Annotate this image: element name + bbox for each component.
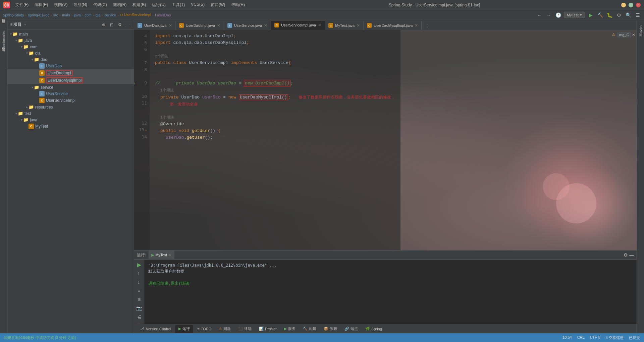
tab-userdaomysqlimpl[interactable]: C UserDaoMysqlImpl.java ✕: [364, 21, 422, 30]
code-line-7: public class UserServiceImpl implements …: [155, 60, 395, 66]
tree-item-userdaomysqlimpl[interactable]: ▾ C UserDaoMysqlImpl: [7, 77, 134, 84]
more-tabs-button[interactable]: ⋮: [423, 24, 431, 30]
bottom-tab-dependencies[interactable]: 📦 依赖: [320, 325, 340, 333]
menu-tools[interactable]: 工具(T): [169, 1, 187, 9]
code-content[interactable]: import com.qia.dao.UserDaoImpl; import c…: [150, 30, 400, 250]
tab-close-userservice[interactable]: ✕: [264, 23, 267, 28]
breadcrumb-userdao[interactable]: f userDao: [155, 13, 171, 17]
tree-item-test-java[interactable]: ▾ 📁 java: [7, 117, 134, 123]
forward-button[interactable]: →: [545, 11, 552, 19]
tab-close-userdaoimpl[interactable]: ✕: [217, 23, 220, 28]
settings2-button[interactable]: ☰: [634, 11, 641, 19]
menu-file[interactable]: 文件(F): [13, 1, 31, 9]
run-align-button[interactable]: ≡: [136, 287, 143, 294]
menu-refactor[interactable]: 重构(R): [110, 1, 129, 9]
run-configuration[interactable]: MyTest ▾: [564, 12, 585, 18]
run-scroll-up-button[interactable]: ↑: [135, 270, 143, 277]
close-button[interactable]: ✕: [636, 3, 641, 7]
menu-code[interactable]: 代码(C): [91, 1, 110, 9]
tab-userdaoimpl[interactable]: C UserDaoImpl.java ✕: [176, 21, 224, 30]
run-camera-button[interactable]: 📷: [136, 304, 143, 312]
tab-close-userdao[interactable]: ✕: [169, 23, 172, 28]
tab-icon-userdaoimpl: C: [179, 23, 184, 28]
settings-button[interactable]: ⚙: [615, 11, 623, 19]
tree-item-userdaoimpl[interactable]: ▾ C UserDaoImpl: [7, 69, 134, 77]
breadcrumb-spring-01-ioc[interactable]: spring-01-ioc: [28, 13, 49, 17]
tab-mytest[interactable]: C MyTest.java ✕: [325, 21, 364, 30]
back-button[interactable]: ←: [536, 11, 543, 19]
tree-item-resources[interactable]: ▸ 📁 resources: [7, 104, 134, 110]
tree-item-qia[interactable]: ▾ 📁 qia: [7, 50, 134, 56]
tab-close-userserviceimpl[interactable]: ✕: [318, 23, 321, 27]
sidebar-close-button[interactable]: —: [124, 21, 131, 28]
minimize-button[interactable]: ─: [621, 3, 626, 7]
bottom-tab-version-control[interactable]: ⎇ Version Control: [137, 325, 174, 333]
menu-view[interactable]: 视图(V): [51, 1, 70, 9]
bottom-tab-endpoints[interactable]: 🔗 端点: [341, 325, 361, 333]
recent-files-button[interactable]: 🕐: [554, 11, 562, 19]
sidebar-add-button[interactable]: ⊕: [100, 21, 107, 28]
menu-window[interactable]: 窗口(W): [208, 1, 228, 9]
bottom-tab-problems[interactable]: ⚠ 问题: [215, 325, 234, 333]
debug-button[interactable]: 🐛: [606, 11, 613, 19]
tree-item-mytest[interactable]: ▾ C MyTest: [7, 123, 134, 130]
bottom-tab-build[interactable]: 🔨 构建: [300, 325, 320, 333]
left-vtab-bookmarks[interactable]: Bookmarks: [0, 28, 7, 52]
run-reload-button[interactable]: ⊞: [136, 296, 143, 303]
tab-userserviceimpl[interactable]: C UserServiceImpl.java ✕: [271, 21, 325, 30]
breadcrumb-main[interactable]: main: [62, 13, 70, 17]
tree-item-userserviceimpl[interactable]: ▾ C UserServiceImpl: [7, 97, 134, 104]
left-vtab-structure[interactable]: 结构: [0, 52, 7, 57]
run-print-button[interactable]: 🖨: [136, 313, 143, 321]
run-minimize-button[interactable]: —: [629, 252, 634, 258]
run-tab-close[interactable]: ✕: [168, 253, 171, 257]
menu-edit[interactable]: 编辑(E): [32, 1, 51, 9]
tree-item-com[interactable]: ▾ 📁 com: [7, 44, 134, 50]
tab-close-mytest[interactable]: ✕: [357, 23, 360, 28]
bottom-tab-run[interactable]: ▶ 运行: [175, 325, 193, 333]
mg-label[interactable]: mg_G: [617, 32, 631, 38]
breadcrumb-com[interactable]: com: [85, 13, 92, 17]
bottom-tab-terminal[interactable]: ⬛ 终端: [235, 325, 255, 333]
run-scroll-down-button[interactable]: ↓: [135, 278, 143, 286]
bottom-tab-services[interactable]: ▶ 服务: [281, 325, 299, 333]
tab-userdao[interactable]: I UserDao.java ✕: [134, 21, 176, 30]
breadcrumb-qia[interactable]: qia: [96, 13, 101, 17]
menu-vcs[interactable]: VCS(S): [188, 1, 207, 9]
mg-close[interactable]: ✕: [632, 32, 635, 37]
bottom-tab-todo[interactable]: ≡ TODO: [194, 325, 215, 333]
breadcrumb-java[interactable]: java: [74, 13, 80, 17]
menu-navigate[interactable]: 导航(N): [71, 1, 90, 9]
bottom-tab-profiler[interactable]: 📊 Profiler: [256, 325, 280, 333]
breadcrumb-service[interactable]: service: [104, 13, 116, 17]
maximize-button[interactable]: □: [629, 3, 633, 7]
sidebar-collapse-button[interactable]: ⊟: [108, 21, 115, 28]
menu-help[interactable]: 帮助(H): [228, 1, 248, 9]
run-tab-mytest[interactable]: ▶ MyTest ✕: [149, 251, 174, 259]
tab-userservice[interactable]: I UserService.java ✕: [224, 21, 271, 30]
menu-build[interactable]: 构建(B): [130, 1, 149, 9]
tree-item-userdao[interactable]: ▾ I UserDao: [7, 63, 134, 69]
sidebar-settings-button[interactable]: ⚙: [116, 21, 123, 28]
run-tab-label: MyTest: [155, 253, 167, 257]
run-button[interactable]: ▶: [587, 11, 594, 19]
menu-run[interactable]: 运行(U): [149, 1, 168, 9]
mg-button[interactable]: mg_G ✕: [617, 32, 635, 38]
build-button[interactable]: 🔨: [596, 11, 604, 19]
breadcrumb-src[interactable]: src: [53, 13, 58, 17]
tree-item-userservice[interactable]: ▾ I UserService: [7, 90, 134, 97]
left-vtab-project[interactable]: 项目: [0, 23, 7, 28]
right-vtab-maven[interactable]: Maven: [637, 23, 644, 39]
tree-item-java[interactable]: ▾ 📁 java: [7, 37, 134, 44]
run-play-button[interactable]: ▶: [136, 261, 143, 268]
run-settings-button[interactable]: ⚙: [624, 252, 628, 258]
breadcrumb-userserviceimpl[interactable]: ⊙ UserServiceImpl: [120, 13, 151, 17]
tree-item-dao[interactable]: ▾ 📁 dao: [7, 56, 134, 63]
tree-item-service[interactable]: ▾ 📁 service: [7, 84, 134, 90]
search-everywhere-button[interactable]: 🔍: [625, 11, 632, 19]
breadcrumb-spring-study[interactable]: Spring-Study: [3, 13, 24, 17]
tree-item-main[interactable]: ▾ 📁 main: [7, 31, 134, 37]
tab-close-userdaomysqlimpl[interactable]: ✕: [415, 23, 418, 28]
bottom-tab-spring[interactable]: 🌿 Spring: [362, 325, 385, 333]
tree-item-test[interactable]: ▾ 📁 test: [7, 110, 134, 117]
